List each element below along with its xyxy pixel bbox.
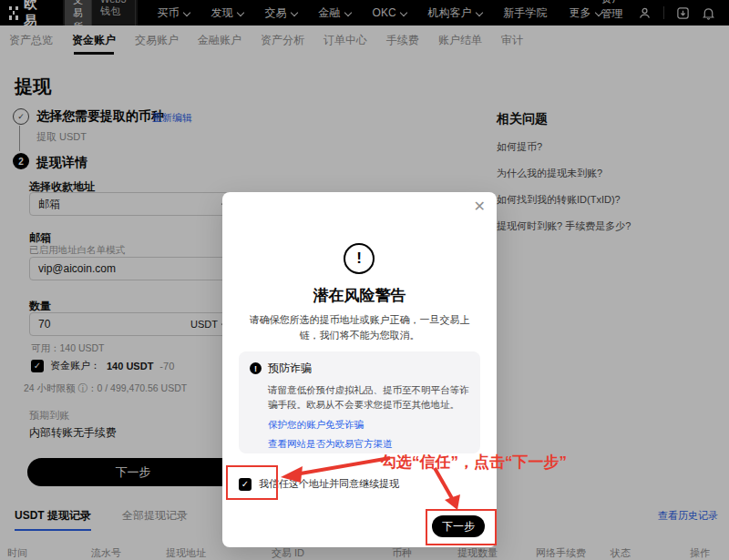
protect-account-link[interactable]: 保护您的账户免受诈骗 — [268, 419, 469, 432]
annotation-box-checkbox — [226, 465, 278, 500]
warning-icon: ! — [344, 243, 375, 274]
trust-address-label: 我信任这个地址并同意继续提现 — [259, 477, 399, 491]
tip-body: 请留意低价预付虚拟礼品、提币至不明平台等诈骗手段。欧易从不会要求您提币至其他地址… — [268, 382, 469, 412]
annotation-instruction-text: 勾选“信任”，点击“下一步” — [381, 452, 567, 473]
anti-scam-tipbox: ! 预防诈骗 请留意低价预付虚拟礼品、提币至不明平台等诈骗手段。欧易从不会要求您… — [239, 351, 480, 453]
modal-title: 潜在风险警告 — [222, 285, 497, 306]
annotation-box-next-button — [426, 509, 497, 545]
close-icon[interactable]: ✕ — [474, 199, 486, 214]
alert-dot-icon: ! — [250, 362, 262, 374]
verify-official-site-link[interactable]: 查看网站是否为欧易官方渠道 — [268, 438, 469, 451]
tip-title: 预防诈骗 — [268, 361, 312, 376]
modal-body-text: 请确保您所选的提币地址或账户正确，一旦交易上链，我们将不能为您取消。 — [242, 312, 477, 342]
